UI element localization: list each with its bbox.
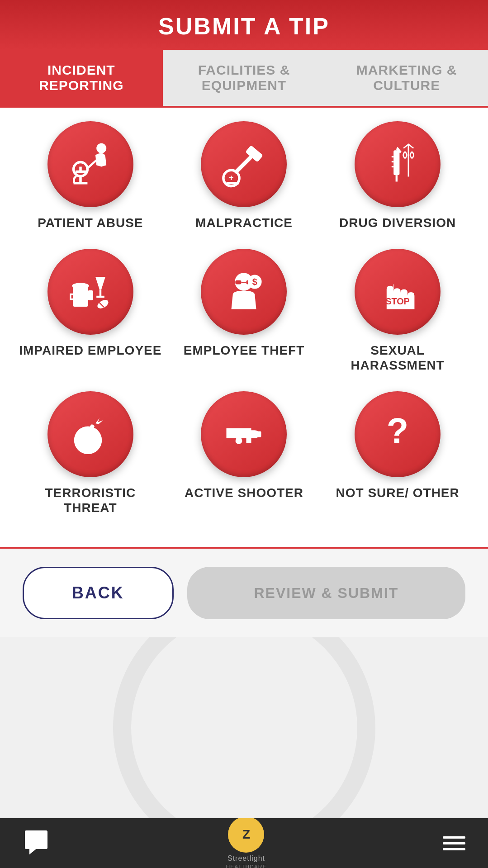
employee-theft-circle: $ — [201, 249, 287, 335]
tab-facilities-equipment[interactable]: FACILITIES & EQUIPMENT — [163, 50, 326, 106]
impaired-employee-item[interactable]: IMPAIRED EMPLOYEE — [19, 249, 161, 373]
logo-letter: Z — [242, 827, 250, 842]
employee-theft-icon: $ — [219, 267, 269, 317]
not-sure-other-icon: ? — [373, 409, 422, 459]
sexual-harassment-circle: STOP — [355, 249, 441, 335]
logo-sub2: HEALTHCARE — [226, 864, 267, 868]
svg-rect-14 — [73, 287, 88, 307]
employee-theft-item[interactable]: $ EMPLOYEE THEFT — [184, 249, 305, 373]
svg-rect-32 — [254, 431, 261, 437]
page-title: SUBMIT A TIP — [9, 13, 479, 40]
sexual-harassment-icon: STOP — [373, 267, 422, 317]
svg-rect-23 — [246, 280, 252, 284]
footer-bar: Z Streetlight HEALTHCARE — [0, 818, 488, 868]
incident-grid: PATIENT ABUSE + MALPRACTICE — [0, 108, 488, 547]
app-header: SUBMIT A TIP — [0, 0, 488, 50]
active-shooter-circle — [201, 391, 287, 477]
active-shooter-item[interactable]: ACTIVE SHOOTER — [185, 391, 303, 516]
drug-diversion-icon — [373, 139, 422, 189]
back-button[interactable]: BACK — [23, 567, 174, 619]
app-logo[interactable]: Z Streetlight HEALTHCARE — [226, 816, 267, 868]
not-sure-other-item[interactable]: ? NOT SURE/ OTHER — [336, 391, 460, 516]
employee-theft-label: EMPLOYEE THEFT — [184, 343, 305, 358]
menu-line-1 — [443, 836, 465, 839]
svg-rect-15 — [88, 290, 93, 300]
svg-text:$: $ — [252, 276, 257, 286]
terroristic-threat-icon — [66, 409, 115, 459]
impaired-employee-label: IMPAIRED EMPLOYEE — [19, 343, 161, 358]
svg-point-25 — [248, 275, 262, 289]
menu-line-3 — [443, 848, 465, 850]
svg-text:+: + — [229, 173, 234, 182]
tab-marketing-culture[interactable]: MARKETING & CULTURE — [325, 50, 488, 106]
tab-bar: INCIDENT REPORTING FACILITIES & EQUIPMEN… — [0, 50, 488, 108]
svg-text:STOP: STOP — [385, 296, 410, 306]
hamburger-menu[interactable] — [443, 836, 465, 850]
svg-point-29 — [74, 426, 102, 454]
svg-line-20 — [98, 301, 104, 307]
drug-diversion-label: DRUG DIVERSION — [339, 215, 456, 231]
svg-rect-6 — [246, 145, 264, 162]
terroristic-threat-circle — [47, 391, 133, 477]
logo-circle: Z — [228, 816, 264, 853]
active-shooter-icon — [219, 409, 269, 459]
impaired-employee-circle — [47, 249, 133, 335]
svg-point-19 — [96, 298, 110, 310]
svg-point-8 — [223, 170, 239, 186]
svg-point-1 — [73, 162, 87, 176]
svg-rect-11 — [393, 150, 399, 175]
drug-diversion-circle — [355, 121, 441, 207]
svg-point-21 — [235, 273, 253, 291]
menu-line-2 — [443, 842, 465, 844]
active-shooter-label: ACTIVE SHOOTER — [185, 485, 303, 501]
icon-grid-container: PATIENT ABUSE + MALPRACTICE — [18, 121, 470, 516]
svg-point-16 — [72, 283, 89, 289]
malpractice-item[interactable]: + MALPRACTICE — [195, 121, 293, 231]
tab-incident-reporting[interactable]: INCIDENT REPORTING — [0, 50, 163, 106]
malpractice-circle: + — [201, 121, 287, 207]
svg-rect-30 — [87, 424, 95, 434]
sexual-harassment-item[interactable]: STOP SEXUAL HARASSMENT — [325, 249, 470, 373]
svg-text:?: ? — [387, 411, 408, 451]
patient-abuse-item[interactable]: PATIENT ABUSE — [38, 121, 143, 231]
svg-rect-22 — [236, 280, 242, 284]
chat-icon[interactable] — [23, 830, 50, 857]
lower-background — [0, 637, 488, 818]
not-sure-other-circle: ? — [355, 391, 441, 477]
patient-abuse-circle — [47, 121, 133, 207]
drug-diversion-item[interactable]: DRUG DIVERSION — [339, 121, 456, 231]
impaired-employee-icon — [66, 267, 115, 317]
terroristic-threat-item[interactable]: TERRORISTIC THREAT — [18, 391, 163, 516]
svg-line-7 — [237, 154, 254, 172]
svg-point-31 — [78, 430, 88, 438]
action-area: BACK REVIEW & SUBMIT — [0, 547, 488, 637]
malpractice-label: MALPRACTICE — [195, 215, 293, 231]
not-sure-other-label: NOT SURE/ OTHER — [336, 485, 460, 501]
patient-abuse-label: PATIENT ABUSE — [38, 215, 143, 231]
logo-subtext: Streetlight — [227, 854, 265, 863]
review-submit-button[interactable]: REVIEW & SUBMIT — [187, 567, 465, 619]
terroristic-threat-label: TERRORISTIC THREAT — [18, 485, 163, 516]
svg-point-0 — [96, 143, 106, 153]
sexual-harassment-label: SEXUAL HARASSMENT — [325, 343, 470, 373]
malpractice-icon: + — [219, 139, 269, 189]
patient-abuse-icon — [66, 139, 115, 189]
